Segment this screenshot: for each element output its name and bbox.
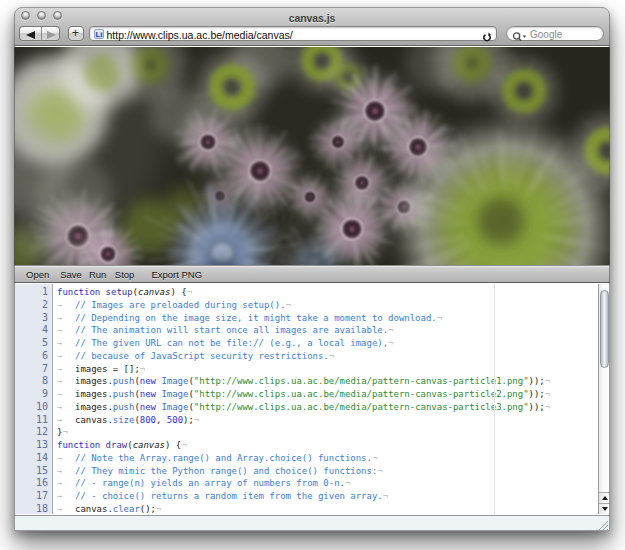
line-number: 4	[14, 324, 48, 337]
search-magnifier-icon[interactable]	[512, 29, 528, 41]
code-line: →// The animation will start once all im…	[57, 324, 598, 337]
site-favicon: Li	[94, 29, 104, 39]
menu-item-export-png[interactable]: Export PNG	[151, 269, 202, 280]
tab-whitespace-mark: →	[57, 477, 75, 490]
newline-mark: ¬	[383, 491, 388, 501]
back-arrow-icon	[26, 31, 35, 39]
scroll-down-icon	[602, 507, 608, 511]
line-number: 6	[14, 350, 48, 363]
code-token-pln: images.	[75, 389, 113, 399]
art-particle	[14, 207, 74, 265]
line-number: 16	[14, 477, 48, 490]
line-number: 8	[14, 375, 48, 388]
code-token-mth: Image	[161, 389, 188, 399]
code-line: →// Images are preloaded during setup().…	[57, 299, 598, 312]
line-number: 13	[14, 439, 48, 452]
editor-menubar: OpenSaveRunStopExport PNG	[14, 265, 610, 283]
code-line: →// - choice() returns a random item fro…	[57, 490, 598, 503]
tab-whitespace-mark: →	[57, 299, 75, 312]
code-line: →// Note the Array.range() and Array.cho…	[57, 452, 598, 465]
code-token-pln: );	[183, 415, 194, 425]
code-token-mth: push	[113, 402, 135, 412]
generative-art-canvas[interactable]	[14, 47, 610, 265]
code-token-pln: images.	[75, 376, 113, 386]
code-token-cmt: // Depending on the image size, it might…	[75, 313, 437, 323]
code-token-pln: ));	[529, 376, 545, 386]
tab-whitespace-mark: →	[57, 375, 75, 388]
newline-mark: ¬	[194, 415, 199, 425]
tab-whitespace-mark: →	[57, 452, 75, 465]
newline-mark: ¬	[187, 287, 192, 297]
code-token-mth: push	[113, 376, 135, 386]
newline-mark: ¬	[388, 325, 393, 335]
code-token-pln: images = [];	[75, 364, 140, 374]
newline-mark: ¬	[345, 478, 350, 488]
line-number: 18	[14, 503, 48, 516]
code-token-arg: canvas	[133, 440, 165, 450]
back-button[interactable]	[19, 26, 41, 41]
newline-mark: ¬	[545, 389, 550, 399]
code-token-pln: ));	[529, 389, 545, 399]
menu-item-run[interactable]: Run	[89, 269, 106, 280]
tab-whitespace-mark: →	[57, 363, 75, 376]
line-number: 14	[14, 452, 48, 465]
tab-whitespace-mark: →	[57, 465, 75, 478]
code-token-cmt: // They mimic the Python range() and cho…	[75, 466, 377, 476]
tab-whitespace-mark: →	[57, 324, 75, 337]
code-token-pln: images.	[75, 402, 113, 412]
code-line: →// because of JavaScript security restr…	[57, 350, 598, 363]
address-bar[interactable]: Li http://www.clips.ua.ac.be/media/canva…	[89, 26, 497, 41]
newline-mark: ¬	[286, 300, 291, 310]
code-token-cmt: // - choice() returns a random item from…	[75, 491, 383, 501]
newline-mark: ¬	[372, 453, 377, 463]
code-text[interactable]: function setup(canvas) {¬→// Images are …	[53, 284, 598, 514]
code-token-pln: canvas.	[75, 415, 113, 425]
line-number: 10	[14, 401, 48, 414]
newline-mark: ¬	[545, 376, 550, 386]
new-tab-button[interactable]: +	[68, 26, 84, 41]
code-line: →canvas.size(800, 500);¬	[57, 414, 598, 427]
tab-whitespace-mark: →	[57, 401, 75, 414]
status-bar	[14, 515, 610, 531]
vertical-scrollbar[interactable]	[598, 284, 610, 514]
code-token-num: 800	[140, 415, 156, 425]
reload-icon[interactable]	[481, 29, 493, 41]
newline-mark: ¬	[545, 402, 550, 412]
code-token-cmt: // The animation will start once all ima…	[75, 325, 388, 335]
scroll-up-icon	[602, 496, 608, 500]
code-token-pln: canvas.	[75, 504, 113, 514]
code-editor[interactable]: 123456789101112131415161718 function set…	[14, 284, 610, 514]
menu-item-save[interactable]: Save	[60, 269, 82, 280]
code-token-str: "http://www.clips.ua.ac.be/media/pattern…	[194, 389, 529, 399]
line-number: 9	[14, 388, 48, 401]
code-token-cmt: // because of JavaScript security restri…	[75, 351, 329, 361]
url-text[interactable]: http://www.clips.ua.ac.be/media/canvas/	[107, 29, 293, 41]
menu-item-stop[interactable]: Stop	[115, 269, 135, 280]
menu-item-open[interactable]: Open	[26, 269, 49, 280]
code-line: →// - range(n) yields an array of number…	[57, 477, 598, 490]
line-number: 1	[14, 286, 48, 299]
code-line: }¬	[57, 426, 598, 439]
code-token-mth: Image	[161, 402, 188, 412]
newline-mark: ¬	[329, 351, 334, 361]
code-token-pln: ) {	[170, 287, 186, 297]
code-token-fn: setup	[106, 287, 133, 297]
line-number: 17	[14, 490, 48, 503]
code-line: function draw(canvas) {¬	[57, 439, 598, 452]
resize-grip[interactable]	[596, 517, 609, 530]
tab-whitespace-mark: →	[57, 312, 75, 325]
scrollbar-thumb[interactable]	[600, 290, 609, 368]
window-title: canvas.js	[14, 12, 610, 24]
newline-mark: ¬	[388, 338, 393, 348]
column-guide-line	[494, 284, 495, 514]
search-field[interactable]: Google	[506, 26, 604, 41]
forward-button[interactable]	[41, 26, 60, 41]
line-number-gutter: 123456789101112131415161718	[14, 284, 53, 514]
code-token-mth: push	[113, 389, 135, 399]
scroll-down-button[interactable]	[599, 503, 610, 514]
tab-whitespace-mark: →	[57, 337, 75, 350]
code-token-mth: size	[113, 415, 135, 425]
code-token-pln: ,	[156, 415, 167, 425]
scroll-up-button[interactable]	[599, 492, 610, 503]
tab-whitespace-mark: →	[57, 388, 75, 401]
